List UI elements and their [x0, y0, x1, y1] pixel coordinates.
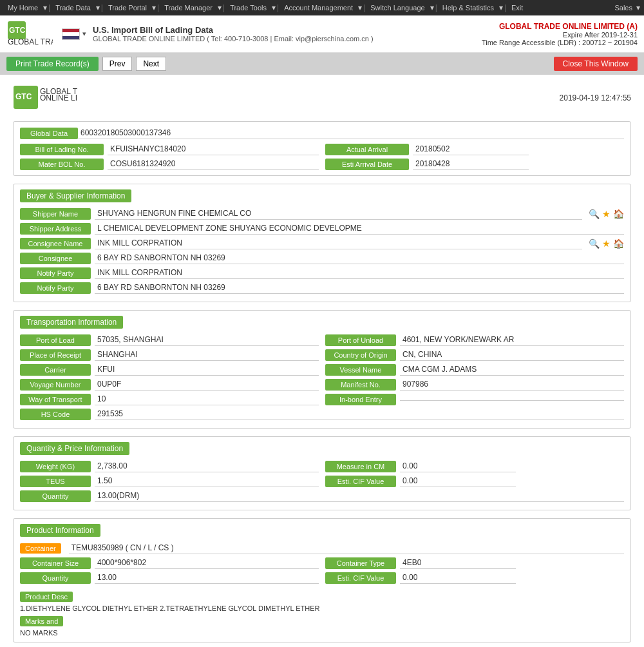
inbond-label: In-bond Entry [325, 394, 396, 405]
nav-exit[interactable]: Exit [507, 4, 527, 12]
way-transport-label: Way of Transport [20, 394, 91, 405]
teus-group: TEUS 1.50 [20, 475, 319, 487]
nav-help[interactable]: Help & Statistics [439, 4, 498, 12]
next-button-top[interactable]: Next [136, 57, 166, 71]
container-badge: Container [20, 543, 61, 554]
notify-party2-value: 6 BAY RD SANBORNTON NH 03269 [95, 282, 624, 294]
shipper-address-row: Shipper Address L CHEMICAL DEVELOPMENT Z… [20, 222, 624, 235]
bol-label: Bill of Lading No. [20, 144, 104, 155]
port-unload-group: Port of Unload 4601, NEW YORK/NEWARK AR [325, 334, 624, 346]
record-logo: GTC GLOBAL TRADE ONLINE LIMITED [13, 85, 77, 111]
measure-label: Measure in CM [325, 461, 396, 472]
quantity-section: Quantity & Price Information Weight (KG)… [13, 436, 631, 510]
nav-myhome[interactable]: My Home [4, 4, 42, 12]
master-bol-label: Mater BOL No. [20, 159, 104, 170]
nav-switchlang[interactable]: Switch Language [366, 4, 428, 12]
nav-tradedata[interactable]: Trade Data [52, 4, 95, 12]
shipper-address-label: Shipper Address [20, 223, 91, 235]
master-bol-row: Mater BOL No. COSU6181324920 Esti Arriva… [20, 158, 624, 170]
header-subtitle: GLOBAL TRADE ONLINE LIMITED ( Tel: 400-7… [93, 35, 374, 43]
quantity-value: 13.00(DRM) [95, 490, 624, 502]
svg-text:GLOBAL TRADE ONLINE LIMITED: GLOBAL TRADE ONLINE LIMITED [8, 37, 53, 46]
vessel-value: CMA CGM J. ADAMS [400, 363, 624, 376]
notify-party1-value: INK MILL CORPRATION [95, 267, 624, 279]
top-nav: My Home▾ | Trade Data▾ | Trade Portal▾ |… [0, 0, 644, 15]
vessel-group: Vessel Name CMA CGM J. ADAMS [325, 363, 624, 376]
place-receipt-label: Place of Receipt [20, 349, 91, 361]
container-type-value: 4EB0 [400, 557, 516, 569]
container-size-group: Container Size 4000*906*802 [20, 557, 319, 569]
time-range: Time Range Accessible (LDR) : 200712 ~ 2… [482, 39, 638, 46]
actual-arrival-value: 20180502 [413, 143, 529, 155]
shipper-star-icon[interactable]: ★ [602, 209, 611, 219]
main-content: GTC GLOBAL TRADE ONLINE LIMITED 2019-04-… [0, 75, 644, 647]
product-desc-title: Product Desc [20, 592, 73, 602]
company-name: GLOBAL TRADE ONLINE LIMITED (A) [482, 22, 638, 31]
manifest-label: Manifest No. [325, 379, 396, 391]
buyer-supplier-title: Buyer & Supplier Information [20, 189, 131, 202]
header-title: U.S. Import Bill of Lading Data [93, 25, 374, 35]
carrier-group: Carrier KFUI [20, 363, 319, 376]
port-unload-label: Port of Unload [325, 334, 396, 346]
global-data-value: 600320180503000137346 [78, 127, 624, 139]
bol-value: KFUISHANYC184020 [108, 143, 319, 155]
port-unload-value: 4601, NEW YORK/NEWARK AR [400, 334, 624, 346]
product-qty-label: Quantity [20, 572, 91, 584]
logo-box: GTC GLOBAL TRADE ONLINE LIMITED [6, 20, 53, 48]
place-receipt-group: Place of Receipt SHANGHAI [20, 349, 319, 361]
consignee-label: Consignee [20, 253, 91, 264]
receipt-origin-row: Place of Receipt SHANGHAI Country of Ori… [20, 349, 624, 361]
product-title: Product Information [20, 524, 100, 537]
consignee-name-label: Consignee Name [20, 238, 91, 249]
nav-tradeportal[interactable]: Trade Portal [104, 4, 151, 12]
svg-text:ONLINE LIMITED: ONLINE LIMITED [40, 93, 77, 102]
consignee-name-value: INK MILL CORPRATION [95, 237, 582, 249]
us-flag [62, 28, 80, 40]
hs-code-label: HS Code [20, 409, 91, 420]
nav-trademanager[interactable]: Trade Manager [160, 4, 216, 12]
nav-sales[interactable]: Sales [611, 4, 636, 12]
product-qty-group: Quantity 13.00 [20, 572, 319, 584]
quantity-title: Quantity & Price Information [20, 442, 129, 455]
esti-cif-group: Esti. CIF Value 0.00 [325, 475, 624, 487]
shipper-home-icon[interactable]: 🏠 [613, 209, 624, 219]
product-desc-text: 1.DIETHYLENE GLYCOL DIETHYL ETHER 2.TETR… [20, 604, 624, 612]
shipper-name-value: SHUYANG HENGRUN FINE CHEMICAL CO [95, 208, 582, 220]
container-type-label: Container Type [325, 557, 396, 569]
esti-cif-label: Esti. CIF Value [325, 476, 396, 487]
place-receipt-value: SHANGHAI [95, 349, 319, 361]
country-origin-value: CN, CHINA [400, 349, 624, 361]
transport-title: Transportation Information [20, 316, 123, 329]
notify-party1-label: Notify Party [20, 267, 91, 279]
nav-tradetools[interactable]: Trade Tools [226, 4, 270, 12]
quantity-row: Quantity 13.00(DRM) [20, 490, 624, 502]
gto-logo: GTC GLOBAL TRADE ONLINE LIMITED [6, 20, 53, 48]
consignee-star-icon[interactable]: ★ [602, 238, 611, 249]
global-data-label: Global Data [20, 128, 78, 139]
teus-label: TEUS [20, 476, 91, 487]
close-button-top[interactable]: Close This Window [554, 57, 638, 71]
port-row: Port of Load 57035, SHANGHAI Port of Unl… [20, 334, 624, 346]
product-qty-value: 13.00 [95, 572, 319, 584]
marks-value: NO MARKS [20, 629, 624, 637]
hs-code-value: 291535 [95, 408, 624, 420]
container-size-type-row: Container Size 4000*906*802 Container Ty… [20, 557, 624, 569]
prev-button-top[interactable]: Prev [102, 57, 133, 71]
shipper-search-icon[interactable]: 🔍 [589, 209, 600, 219]
measure-value: 0.00 [400, 460, 516, 472]
notify-party2-row: Notify Party 6 BAY RD SANBORNTON NH 0326… [20, 282, 624, 294]
shipper-address-value: L CHEMICAL DEVELOPMENT ZONE SHUYANG ECON… [95, 222, 624, 235]
print-button-top[interactable]: Print Trade Record(s) [6, 57, 99, 71]
header-right: GLOBAL TRADE ONLINE LIMITED (A) Expire A… [482, 22, 638, 46]
consignee-home-icon[interactable]: 🏠 [613, 238, 624, 249]
esti-cif-value: 0.00 [400, 475, 516, 487]
way-transport-group: Way of Transport 10 [20, 393, 319, 405]
nav-accountmgmt[interactable]: Account Management [280, 4, 357, 12]
product-cif-group: Esti. CIF Value 0.00 [325, 572, 624, 584]
esti-arrival-value: 20180428 [413, 158, 529, 170]
flag-area: ▾ [62, 28, 86, 40]
container-type-group: Container Type 4EB0 [325, 557, 624, 569]
manifest-value: 907986 [400, 378, 624, 391]
container-size-value: 4000*906*802 [95, 557, 319, 569]
consignee-search-icon[interactable]: 🔍 [589, 238, 600, 249]
